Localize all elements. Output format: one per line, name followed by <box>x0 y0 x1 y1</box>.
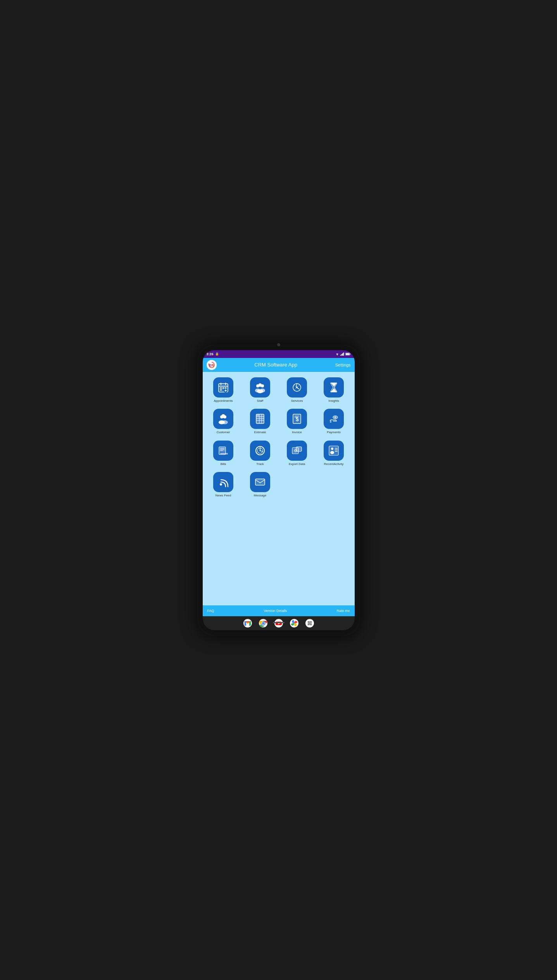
message-icon <box>250 472 270 492</box>
camera <box>277 343 280 346</box>
svg-point-73 <box>330 451 334 454</box>
svg-point-99 <box>309 624 310 625</box>
wifi-icon <box>335 353 339 356</box>
app-item-bills[interactable]: Bills <box>206 439 241 468</box>
staff-icon <box>250 377 270 398</box>
svg-point-86 <box>262 622 264 624</box>
apps-grid-icon[interactable] <box>305 619 314 627</box>
battery-icon <box>345 353 351 356</box>
app-item-news-feed[interactable]: News Feed <box>206 470 241 499</box>
svg-rect-81 <box>249 621 251 626</box>
svg-point-95 <box>307 622 309 624</box>
svg-point-98 <box>307 624 309 625</box>
svg-rect-18 <box>222 387 224 389</box>
app-title: CRM Software App <box>217 362 335 368</box>
svg-rect-4 <box>343 353 344 356</box>
screen: 3:26 🔒 <box>203 350 355 630</box>
app-item-appointments[interactable]: Appointments <box>206 376 241 404</box>
status-bar: 3:26 🔒 <box>203 350 355 358</box>
track-icon <box>250 441 270 461</box>
svg-rect-1 <box>340 355 341 356</box>
svg-rect-48 <box>257 415 259 416</box>
app-item-customer[interactable]: Customer <box>206 407 241 436</box>
version-details-button[interactable]: Version Details <box>264 609 287 613</box>
svg-point-38 <box>221 414 225 418</box>
news-feed-icon <box>213 472 233 492</box>
svg-rect-71 <box>329 446 338 455</box>
invoice-label: Invoice <box>292 430 302 434</box>
app-item-message[interactable]: Message <box>243 470 278 499</box>
svg-point-96 <box>309 622 310 624</box>
recent-activity-icon <box>324 441 344 461</box>
svg-point-66 <box>260 450 261 451</box>
svg-point-77 <box>220 483 222 486</box>
lock-icon: 🔒 <box>215 352 219 356</box>
customer-icon <box>213 409 233 429</box>
bills-icon <box>213 441 233 461</box>
svg-text:O: O <box>294 449 297 453</box>
footer-bar: FAQ Version Details Rate me <box>203 605 355 616</box>
app-item-staff[interactable]: Staff <box>243 376 278 404</box>
services-icon <box>287 377 307 398</box>
status-time: 3:26 <box>207 352 214 356</box>
svg-rect-20 <box>220 389 222 391</box>
rate-me-button[interactable]: Rate me <box>336 609 350 613</box>
faq-button[interactable]: FAQ <box>207 609 214 613</box>
svg-point-93 <box>309 621 310 622</box>
android-dock <box>203 616 355 630</box>
svg-point-72 <box>331 448 333 450</box>
app-bar: CR M CRM Software App Settings <box>203 358 355 372</box>
svg-rect-3 <box>342 353 343 356</box>
app-item-export-data[interactable]: O Export Data <box>279 439 315 468</box>
svg-point-97 <box>310 622 312 624</box>
customer-label: Customer <box>217 430 230 434</box>
svg-rect-61 <box>219 447 225 451</box>
gmail-icon[interactable] <box>243 619 252 627</box>
services-label: Services <box>291 399 303 403</box>
app-item-estimate[interactable]: Estimate <box>243 407 278 436</box>
appointments-icon <box>213 377 233 398</box>
news-feed-label: News Feed <box>216 494 231 498</box>
svg-rect-78 <box>255 479 265 485</box>
app-item-services[interactable]: Services <box>279 376 315 404</box>
staff-label: Staff <box>257 399 263 403</box>
payments-icon <box>324 409 344 429</box>
app-item-track[interactable]: Track <box>243 439 278 468</box>
appointments-label: Appointments <box>214 399 233 403</box>
payments-label: Payments <box>327 430 341 434</box>
youtube-icon[interactable] <box>274 619 283 627</box>
app-logo[interactable]: CR M <box>207 360 217 370</box>
svg-point-92 <box>307 621 309 622</box>
message-label: Message <box>254 494 266 498</box>
home-indicator <box>273 622 285 623</box>
svg-point-100 <box>310 624 312 625</box>
app-grid: Appointments Staff <box>206 376 352 499</box>
photos-icon[interactable] <box>290 619 298 627</box>
device-frame: 3:26 🔒 <box>197 345 360 636</box>
estimate-icon <box>250 409 270 429</box>
svg-rect-57 <box>220 453 228 455</box>
app-item-insights[interactable]: Insights <box>316 376 352 404</box>
svg-rect-7 <box>346 353 349 355</box>
app-item-payments[interactable]: Payments <box>316 407 352 436</box>
svg-rect-2 <box>341 354 342 356</box>
bills-label: Bills <box>221 462 226 466</box>
insights-icon <box>324 377 344 398</box>
invoice-icon: $ <box>287 409 307 429</box>
export-data-label: Export Data <box>289 462 305 466</box>
insights-label: Insights <box>328 399 339 403</box>
svg-point-40 <box>222 420 228 424</box>
recent-activity-label: RecentActivity <box>324 462 344 466</box>
svg-point-26 <box>259 383 262 387</box>
svg-rect-6 <box>350 353 350 354</box>
svg-point-29 <box>257 389 263 393</box>
svg-rect-17 <box>220 387 222 389</box>
svg-point-0 <box>337 355 337 355</box>
settings-button[interactable]: Settings <box>335 363 351 367</box>
app-item-recent-activity[interactable]: RecentActivity <box>316 439 352 468</box>
main-content: Appointments Staff <box>203 372 355 605</box>
svg-point-94 <box>310 621 312 622</box>
chrome-icon[interactable] <box>259 619 267 627</box>
app-item-invoice[interactable]: $ Invoice <box>279 407 315 436</box>
signal-icon <box>340 353 344 356</box>
